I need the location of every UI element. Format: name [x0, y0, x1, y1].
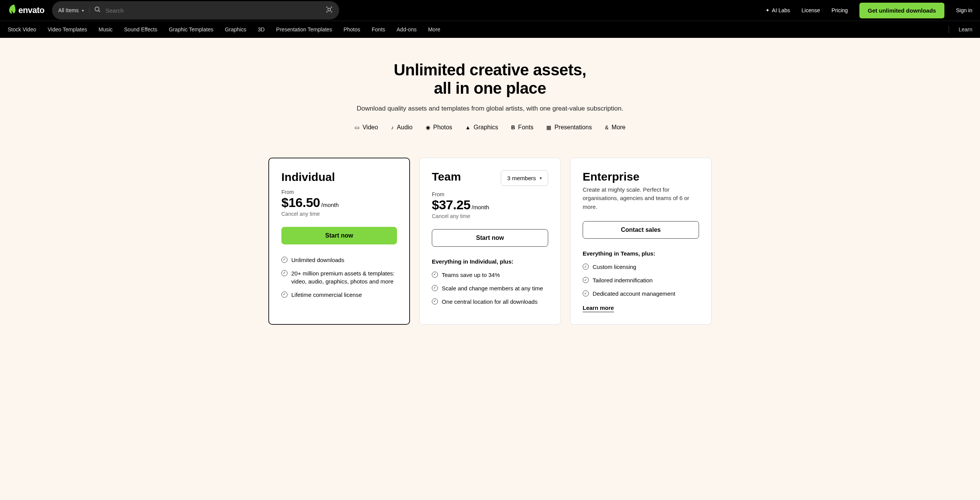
feature-item: ✓Tailored indemnification	[583, 276, 699, 284]
cancel-text: Cancel any time	[281, 211, 397, 217]
feature-item: ✓Unlimited downloads	[281, 256, 397, 264]
license-link[interactable]: License	[802, 7, 820, 13]
ai-labs-link[interactable]: ✦ AI Labs	[766, 7, 790, 13]
svg-line-1	[98, 10, 100, 12]
more-icon: &	[605, 124, 608, 130]
logo-text: envato	[18, 5, 44, 15]
members-select-dropdown[interactable]: 3 members ▾	[501, 170, 548, 186]
visual-search-icon[interactable]	[325, 6, 333, 15]
feature-item: ✓One central location for all downloads	[432, 298, 548, 306]
nav-3d[interactable]: 3D	[258, 26, 265, 33]
pricing-section: Individual From $16.50 /month Cancel any…	[0, 142, 980, 340]
from-label: From	[432, 191, 548, 197]
font-icon: B	[511, 124, 515, 130]
image-icon: ▲	[465, 124, 470, 130]
price-amount: $16.50	[281, 195, 320, 210]
price-row: $16.50 /month	[281, 195, 397, 210]
check-icon: ✓	[583, 290, 589, 296]
sparkle-icon: ✦	[766, 8, 769, 13]
asset-type-more: &More	[605, 124, 626, 131]
chevron-down-icon: ▾	[540, 176, 542, 180]
audio-icon: ♪	[391, 124, 394, 130]
feature-item: ✓20+ million premium assets & templates:…	[281, 269, 397, 285]
pricing-card-enterprise: Enterprise Create at mighty scale. Perfe…	[570, 158, 712, 325]
presentation-icon: ▦	[546, 124, 551, 130]
asset-type-photos: ◉Photos	[426, 124, 452, 131]
search-bar: All Items ▾	[52, 1, 339, 20]
pricing-card-team: Team 3 members ▾ From $37.25 /month Canc…	[419, 158, 561, 325]
hero-title: Unlimited creative assets, all in one pl…	[8, 61, 972, 98]
nav-video-templates[interactable]: Video Templates	[47, 26, 87, 33]
check-icon: ✓	[281, 270, 287, 276]
signin-link[interactable]: Sign in	[956, 7, 972, 13]
hero-subtitle: Download quality assets and templates fr…	[8, 105, 972, 112]
asset-type-video: ▭Video	[354, 124, 378, 131]
asset-type-graphics: ▲Graphics	[465, 124, 498, 131]
header-links: ✦ AI Labs License Pricing Get unlimited …	[766, 3, 972, 18]
asset-type-list: ▭Video ♪Audio ◉Photos ▲Graphics BFonts ▦…	[8, 124, 972, 131]
get-unlimited-button[interactable]: Get unlimited downloads	[859, 3, 944, 18]
nav-graphic-templates[interactable]: Graphic Templates	[169, 26, 213, 33]
features-header: Everything in Teams, plus:	[583, 250, 699, 257]
plan-name-individual: Individual	[281, 171, 397, 184]
nav-more[interactable]: More	[428, 26, 440, 33]
asset-type-audio: ♪Audio	[391, 124, 413, 131]
from-label: From	[281, 189, 397, 195]
start-now-individual-button[interactable]: Start now	[281, 227, 397, 244]
nav-photos[interactable]: Photos	[343, 26, 360, 33]
check-icon: ✓	[583, 264, 589, 270]
contact-sales-button[interactable]: Contact sales	[583, 221, 699, 239]
asset-type-presentations: ▦Presentations	[546, 124, 592, 131]
search-category-dropdown[interactable]: All Items ▾	[58, 7, 90, 13]
check-icon: ✓	[583, 277, 589, 283]
nav-stock-video[interactable]: Stock Video	[8, 26, 36, 33]
feature-item: ✓Dedicated account management	[583, 290, 699, 298]
nav-learn[interactable]: Learn	[959, 26, 972, 33]
check-icon: ✓	[432, 285, 438, 291]
nav-music[interactable]: Music	[98, 26, 113, 33]
svg-point-0	[95, 7, 99, 11]
learn-more-link[interactable]: Learn more	[583, 305, 614, 312]
main-header: envato All Items ▾ ✦ AI Labs License Pri…	[0, 0, 980, 21]
cancel-text: Cancel any time	[432, 213, 548, 219]
plan-name-team: Team	[432, 170, 461, 183]
price-suffix: /month	[321, 202, 339, 208]
nav-fonts[interactable]: Fonts	[372, 26, 385, 33]
nav-sound-effects[interactable]: Sound Effects	[124, 26, 157, 33]
category-nav: Stock Video Video Templates Music Sound …	[0, 21, 980, 38]
leaf-icon	[8, 4, 16, 17]
price-row: $37.25 /month	[432, 197, 548, 212]
pricing-card-individual: Individual From $16.50 /month Cancel any…	[268, 158, 410, 325]
nav-divider	[949, 26, 949, 33]
envato-logo[interactable]: envato	[8, 4, 44, 17]
check-icon: ✓	[281, 292, 287, 298]
price-suffix: /month	[472, 204, 489, 210]
nav-presentation-templates[interactable]: Presentation Templates	[276, 26, 332, 33]
pricing-link[interactable]: Pricing	[831, 7, 848, 13]
search-input[interactable]	[106, 7, 321, 14]
enterprise-description: Create at mighty scale. Perfect for orga…	[583, 186, 699, 212]
price-amount: $37.25	[432, 197, 470, 212]
svg-rect-2	[328, 8, 331, 11]
feature-item: ✓Lifetime commercial license	[281, 291, 397, 299]
feature-item: ✓Teams save up to 34%	[432, 271, 548, 279]
feature-list-individual: ✓Unlimited downloads ✓20+ million premiu…	[281, 256, 397, 299]
check-icon: ✓	[281, 257, 287, 263]
check-icon: ✓	[432, 298, 438, 305]
search-icon	[94, 6, 101, 15]
start-now-team-button[interactable]: Start now	[432, 229, 548, 247]
check-icon: ✓	[432, 272, 438, 278]
feature-list-enterprise: ✓Custom licensing ✓Tailored indemnificat…	[583, 263, 699, 298]
camera-icon: ◉	[426, 124, 430, 130]
feature-list-team: ✓Teams save up to 34% ✓Scale and change …	[432, 271, 548, 306]
asset-type-fonts: BFonts	[511, 124, 533, 131]
feature-item: ✓Scale and change members at any time	[432, 284, 548, 292]
video-icon: ▭	[354, 124, 359, 130]
nav-graphics[interactable]: Graphics	[225, 26, 246, 33]
nav-addons[interactable]: Add-ons	[397, 26, 416, 33]
features-header: Everything in Individual, plus:	[432, 258, 548, 265]
plan-name-enterprise: Enterprise	[583, 170, 699, 183]
hero-section: Unlimited creative assets, all in one pl…	[0, 38, 980, 142]
feature-item: ✓Custom licensing	[583, 263, 699, 271]
chevron-down-icon: ▾	[82, 8, 84, 13]
